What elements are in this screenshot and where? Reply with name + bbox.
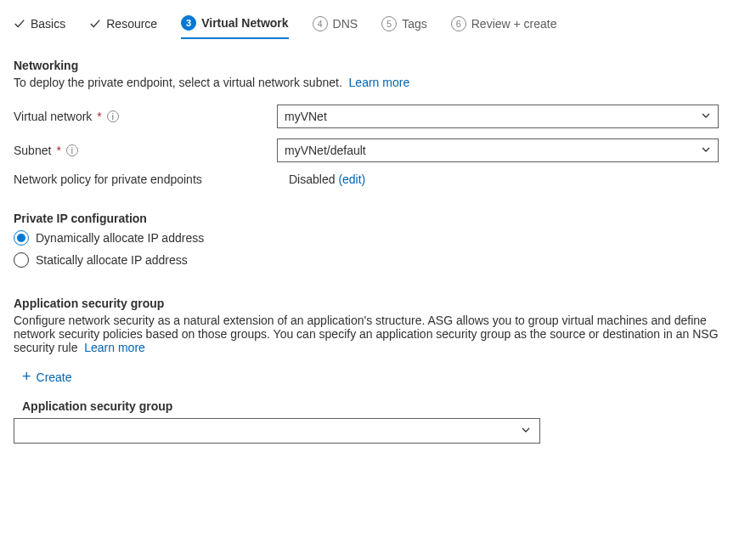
select-value: myVNet/default [285, 144, 366, 157]
tab-label: Review + create [471, 17, 557, 31]
asg-description: Configure network security as a natural … [14, 314, 742, 354]
create-label: Create [37, 370, 72, 384]
required-indicator: * [97, 110, 101, 123]
tab-basics[interactable]: Basics [14, 12, 65, 37]
tab-label: Tags [402, 17, 427, 31]
step-number-icon: 5 [381, 16, 397, 31]
wizard-step-tabs: Basics Resource 3 Virtual Network 4 DNS … [14, 8, 742, 40]
radio-icon [14, 230, 29, 246]
tab-label: DNS [333, 17, 358, 31]
virtual-network-select[interactable]: myVNet [277, 105, 719, 128]
tab-resource[interactable]: Resource [89, 12, 157, 37]
radio-label: Statically allocate IP address [36, 253, 188, 267]
subnet-select[interactable]: myVNet/default [277, 138, 719, 162]
asg-select-label: Application security group [22, 399, 742, 413]
network-policy-edit-link[interactable]: (edit) [338, 172, 365, 186]
tab-dns[interactable]: 4 DNS [313, 11, 358, 38]
network-policy-label: Network policy for private endpoints [14, 172, 277, 186]
chevron-down-icon [521, 425, 531, 438]
tab-label: Resource [106, 17, 157, 31]
networking-learn-more-link[interactable]: Learn more [349, 76, 410, 89]
virtual-network-label: Virtual network * i [14, 110, 277, 123]
networking-description: To deploy the private endpoint, select a… [14, 76, 742, 89]
radio-label: Dynamically allocate IP address [36, 231, 204, 245]
select-value: myVNet [285, 110, 327, 123]
networking-heading: Networking [14, 59, 742, 72]
create-asg-button[interactable]: + Create [14, 359, 72, 389]
ipconfig-heading: Private IP configuration [14, 212, 742, 225]
asg-select[interactable] [14, 418, 540, 444]
tab-tags[interactable]: 5 Tags [381, 11, 427, 38]
asg-learn-more-link[interactable]: Learn more [84, 341, 145, 354]
radio-icon [14, 252, 29, 268]
tab-label: Basics [31, 17, 65, 31]
radio-dynamic-ip[interactable]: Dynamically allocate IP address [14, 230, 742, 246]
step-number-icon: 4 [313, 16, 328, 31]
plus-icon: + [22, 368, 31, 386]
chevron-down-icon [701, 110, 711, 123]
step-number-icon: 6 [451, 16, 466, 31]
subnet-label: Subnet * i [14, 144, 277, 157]
step-number-icon: 3 [181, 15, 196, 31]
chevron-down-icon [701, 144, 711, 157]
required-indicator: * [56, 144, 60, 157]
check-icon [89, 18, 101, 30]
ipconfig-radio-group: Dynamically allocate IP address Statical… [14, 230, 742, 268]
info-icon[interactable]: i [107, 110, 119, 122]
tab-virtual-network[interactable]: 3 Virtual Network [181, 10, 288, 39]
radio-static-ip[interactable]: Statically allocate IP address [14, 252, 742, 268]
asg-heading: Application security group [14, 297, 742, 310]
check-icon [14, 18, 25, 30]
tab-label: Virtual Network [201, 16, 288, 30]
tab-review-create[interactable]: 6 Review + create [451, 11, 557, 38]
network-policy-value: Disabled (edit) [277, 172, 365, 186]
info-icon[interactable]: i [66, 144, 78, 156]
